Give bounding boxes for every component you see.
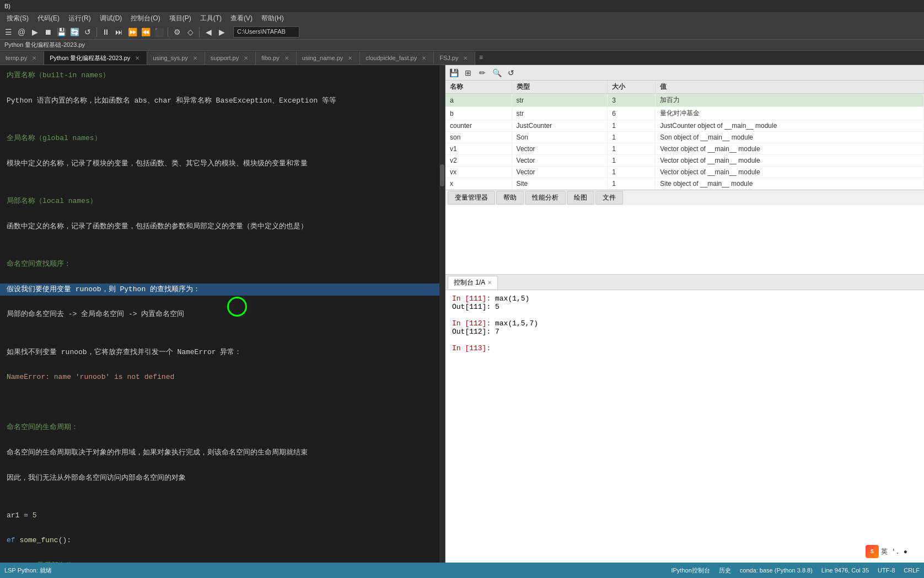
tab-support-close[interactable]: ✕ [242, 54, 250, 62]
status-ipython[interactable]: IPython控制台 [671, 566, 710, 575]
var-toolbar-edit-btn[interactable]: ✏ [476, 67, 488, 79]
toolbar-restart-btn[interactable]: 🔄 [68, 26, 80, 38]
menu-console[interactable]: 控制台(O) [126, 13, 164, 24]
toolbar-step-btn[interactable]: ⏭ [113, 26, 125, 38]
editor-line-global-title: 全局名称（global names） [7, 132, 438, 145]
var-cell-size: 1 [608, 120, 656, 132]
tab-using-name[interactable]: using_name.py ✕ [297, 51, 361, 65]
editor-line-blank10 [7, 271, 438, 283]
menu-view[interactable]: 查看(V) [226, 13, 257, 24]
tab-support[interactable]: support.py ✕ [205, 51, 256, 65]
sougou-text: 英 '. ● [881, 547, 907, 556]
tab-fibo[interactable]: fibo.py ✕ [256, 51, 296, 65]
editor-line-blank23 [7, 547, 438, 560]
console-entry-112: In [112]: max(1,5,7) [452, 319, 917, 328]
titlebar-title: B) [4, 3, 10, 9]
console-tab-close[interactable]: ✕ [487, 280, 492, 286]
var-toolbar-search-btn[interactable]: 🔍 [491, 67, 503, 79]
var-toolbar-filter-btn[interactable]: ⊞ [462, 67, 474, 79]
var-table-row[interactable]: v2Vector1Vector object of __main__ modul… [445, 155, 924, 167]
tab-menu-btn[interactable]: ≡ [475, 51, 486, 65]
editor-line-builtin-desc: Python 语言内置的名称，比如函数名 abs、char 和异常名称 Base… [7, 95, 438, 108]
var-tab-profiler[interactable]: 性能分析 [525, 191, 566, 205]
menu-project[interactable]: 项目(P) [165, 13, 196, 24]
tab-cloudpickle-close[interactable]: ✕ [420, 54, 428, 62]
menu-run[interactable]: 运行(R) [64, 13, 95, 24]
toolbar-separator-1 [96, 27, 97, 37]
var-tab-plot[interactable]: 绘图 [567, 191, 594, 205]
tab-fsj[interactable]: FSJ.py ✕ [434, 51, 475, 65]
tab-cloudpickle[interactable]: cloudpickle_fast.py ✕ [360, 51, 434, 65]
console-content[interactable]: In [111]: max(1,5) Out[111]: 5 In [112]:… [445, 290, 924, 563]
var-tab-help[interactable]: 帮助 [496, 191, 524, 205]
var-table-row[interactable]: counterJustCounter1JustCounter object of… [445, 120, 924, 132]
editor-scrollbar[interactable] [439, 65, 445, 563]
tab-main-label: Python 量化编程基础-2023.py [50, 54, 130, 62]
tab-using-sys[interactable]: using_sys.py ✕ [147, 51, 205, 65]
var-table-row[interactable]: sonSon1Son object of __main__ module [445, 132, 924, 143]
tab-main-close[interactable]: ✕ [133, 54, 141, 62]
status-history[interactable]: 历史 [719, 566, 731, 575]
var-table-row[interactable]: xSite1Site object of __main__ module [445, 178, 924, 190]
toolbar-stop-btn[interactable]: ⏹ [42, 26, 54, 38]
tab-using-name-close[interactable]: ✕ [346, 54, 354, 62]
toolbar-square-btn[interactable]: ⬛ [153, 26, 165, 38]
var-table-row[interactable]: bstr6量化对冲基金 [445, 107, 924, 120]
editor-line-lookup-order: 局部的命名空间去 -> 全局命名空间 -> 内置命名空间 [7, 308, 438, 321]
var-toolbar-save-btn[interactable]: 💾 [448, 67, 460, 79]
toolbar-save-btn[interactable]: 💾 [55, 26, 67, 38]
right-panel: 💾 ⊞ ✏ 🔍 ↺ 名称 类型 大小 值 astr3加百力bstr6量化对冲基金… [445, 65, 924, 563]
status-position: Line 9476, Col 35 [821, 567, 869, 574]
var-cell-name: son [445, 132, 512, 143]
tab-temp[interactable]: temp.py ✕ [0, 51, 44, 65]
var-toolbar-refresh-btn[interactable]: ↺ [505, 67, 517, 79]
var-table-row[interactable]: v1Vector1Vector object of __main__ modul… [445, 143, 924, 155]
menu-help[interactable]: 帮助(H) [257, 13, 288, 24]
tab-main[interactable]: Python 量化编程基础-2023.py ✕ [44, 51, 147, 65]
editor-line-not-found: 如果找不到变量 runoob，它将放弃查找并引发一个 NameError 异常： [7, 346, 438, 359]
toolbar-back-btn[interactable]: ◀ [202, 26, 214, 38]
toolbar-pause-btn[interactable]: ⏸ [100, 26, 112, 38]
var-col-name: 名称 [445, 81, 512, 94]
toolbar-play-btn[interactable]: ▶ [29, 26, 41, 38]
var-tab-files[interactable]: 文件 [595, 191, 623, 205]
toolbar-stepout-btn[interactable]: ⏪ [139, 26, 152, 38]
editor-line-nameerror: NameError: name 'runoob' is not defined [7, 371, 438, 384]
var-table-row[interactable]: vxVector1Vector object of __main__ modul… [445, 167, 924, 178]
var-cell-value: JustCounter object of __main__ module [656, 120, 924, 132]
toolbar-at-btn[interactable]: @ [15, 26, 28, 38]
editor-line-blank17 [7, 409, 438, 422]
editor-content[interactable]: 内置名称（built-in names） Python 语言内置的名称，比如函数… [0, 65, 445, 563]
var-cell-type: str [512, 107, 608, 120]
status-conda: conda: base (Python 3.8.8) [740, 567, 813, 574]
editor-scrollbar-thumb[interactable] [440, 164, 444, 186]
editor-line-blank1 [7, 82, 438, 95]
toolbar-diamond-btn[interactable]: ◇ [184, 26, 196, 38]
tab-fibo-close[interactable]: ✕ [283, 54, 291, 62]
toolbar-list-btn[interactable]: ☰ [2, 26, 14, 38]
toolbar-refresh-btn[interactable]: ↺ [82, 26, 94, 38]
var-cell-size: 6 [608, 107, 656, 120]
tab-temp-close[interactable]: ✕ [30, 54, 38, 62]
var-cell-name: a [445, 94, 512, 107]
var-table-row[interactable]: astr3加百力 [445, 94, 924, 107]
editor-line-lifecycle-title: 命名空间的生命周期： [7, 421, 438, 434]
var-col-type: 类型 [512, 81, 608, 94]
tab-fsj-close[interactable]: ✕ [461, 54, 469, 62]
var-tabs: 变量管理器 帮助 性能分析 绘图 文件 [445, 190, 924, 205]
tab-using-sys-close[interactable]: ✕ [191, 54, 199, 62]
var-tab-manager[interactable]: 变量管理器 [448, 191, 495, 205]
menu-search[interactable]: 搜索(S) [2, 13, 33, 24]
tab-fsj-label: FSJ.py [439, 55, 458, 61]
console-tab-main[interactable]: 控制台 1/A ✕ [448, 276, 498, 289]
menu-debug[interactable]: 调试(D) [95, 13, 127, 24]
var-cell-size: 1 [608, 167, 656, 178]
editor-area[interactable]: 内置名称（built-in names） Python 语言内置的名称，比如函数… [0, 65, 445, 563]
toolbar-stepinto-btn[interactable]: ⏩ [126, 26, 138, 38]
menu-code[interactable]: 代码(E) [33, 13, 64, 24]
toolbar-settings-btn[interactable]: ⚙ [171, 26, 183, 38]
menu-tools[interactable]: 工具(T) [196, 13, 226, 24]
console-prompt-113: In [113]: [452, 344, 491, 352]
toolbar-forward-btn[interactable]: ▶ [216, 26, 228, 38]
var-col-size: 大小 [608, 81, 656, 94]
